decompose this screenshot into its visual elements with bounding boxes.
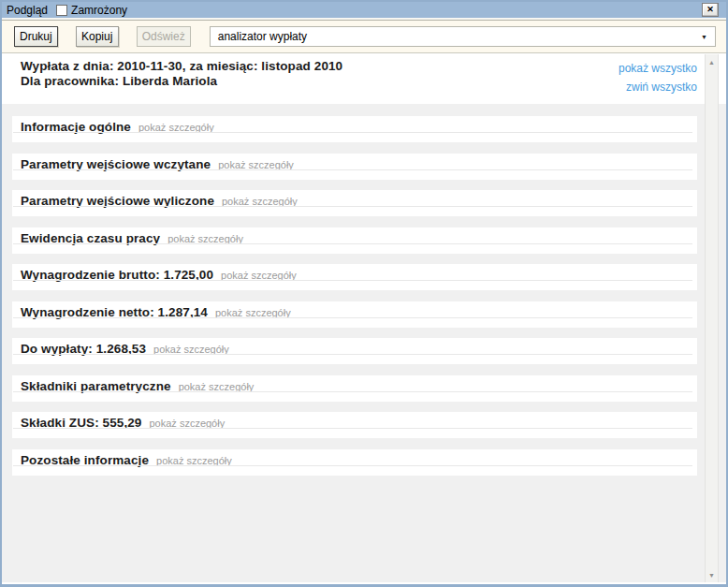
section-row: Do wypłaty: 1.268,53pokaż szczegóły xyxy=(12,338,697,364)
section-underline xyxy=(13,317,692,318)
scroll-down-icon: ▼ xyxy=(708,572,715,579)
section-underline xyxy=(13,132,692,133)
section-row: Parametry wejściowe wczytanepokaż szczeg… xyxy=(12,154,697,180)
print-button[interactable]: Drukuj xyxy=(14,26,58,47)
vertical-scrollbar[interactable]: ▲ ▼ xyxy=(705,54,719,582)
titlebar: Podgląd Zamrożony ✕ xyxy=(2,2,726,20)
report-header: Wypłata z dnia: 2010-11-30, za miesiąc: … xyxy=(2,53,726,104)
section-underline xyxy=(13,243,692,244)
window-title: Podgląd xyxy=(7,4,48,17)
section-row: Wynagrodzenie brutto: 1.725,00pokaż szcz… xyxy=(12,264,697,290)
report-header-links: pokaż wszystko zwiń wszystko xyxy=(619,59,697,104)
sections-list: Informacje ogólnepokaż szczegóły Paramet… xyxy=(12,116,697,476)
close-button[interactable]: ✕ xyxy=(702,3,719,17)
section-row: Wynagrodzenie netto: 1.287,14pokaż szcze… xyxy=(12,301,697,328)
frozen-checkbox[interactable] xyxy=(56,5,67,16)
section-underline xyxy=(13,206,692,207)
report-content: Wypłata z dnia: 2010-11-30, za miesiąc: … xyxy=(2,53,726,584)
section-row: Ewidencja czasu pracypokaż szczegóły xyxy=(12,227,697,254)
section-row: Parametry wejściowe wyliczonepokaż szcze… xyxy=(12,190,697,216)
report-type-select[interactable]: analizator wypłaty ▼ xyxy=(210,26,716,47)
section-underline xyxy=(13,169,692,170)
close-icon: ✕ xyxy=(706,6,714,14)
section-row: Składki ZUS: 555,29pokaż szczegóły xyxy=(12,412,697,438)
section-row: Składniki parametrycznepokaż szczegóły xyxy=(12,375,697,402)
section-underline xyxy=(13,391,692,392)
preview-window: Podgląd Zamrożony ✕ Drukuj Kopiuj Odświe… xyxy=(0,0,728,587)
show-all-link[interactable]: pokaż wszystko xyxy=(619,62,697,76)
report-type-selected-value: analizator wypłaty xyxy=(218,30,307,43)
payout-date-line: Wypłata z dnia: 2010-11-30, za miesiąc: … xyxy=(21,59,342,74)
toolbar: Drukuj Kopiuj Odśwież analizator wypłaty… xyxy=(2,20,726,53)
section-underline xyxy=(13,354,692,355)
copy-button[interactable]: Kopiuj xyxy=(76,26,119,47)
scrollbar-track[interactable] xyxy=(706,69,718,567)
collapse-all-link[interactable]: zwiń wszystko xyxy=(619,81,697,95)
refresh-button[interactable]: Odśwież xyxy=(137,26,191,47)
section-underline xyxy=(13,428,692,429)
scroll-up-icon: ▲ xyxy=(708,59,715,66)
section-row: Informacje ogólnepokaż szczegóły xyxy=(12,116,697,142)
dropdown-arrow-icon: ▼ xyxy=(701,34,707,40)
employee-line: Dla pracownika: Liberda Mariola xyxy=(21,74,342,89)
section-underline xyxy=(13,465,692,466)
section-row: Pozostałe informacjepokaż szczegóły xyxy=(12,449,697,476)
scroll-down-button[interactable]: ▼ xyxy=(706,567,718,582)
frozen-checkbox-label: Zamrożony xyxy=(71,4,127,17)
section-underline xyxy=(13,280,692,281)
scroll-up-button[interactable]: ▲ xyxy=(706,54,718,69)
report-header-lines: Wypłata z dnia: 2010-11-30, za miesiąc: … xyxy=(21,59,342,104)
